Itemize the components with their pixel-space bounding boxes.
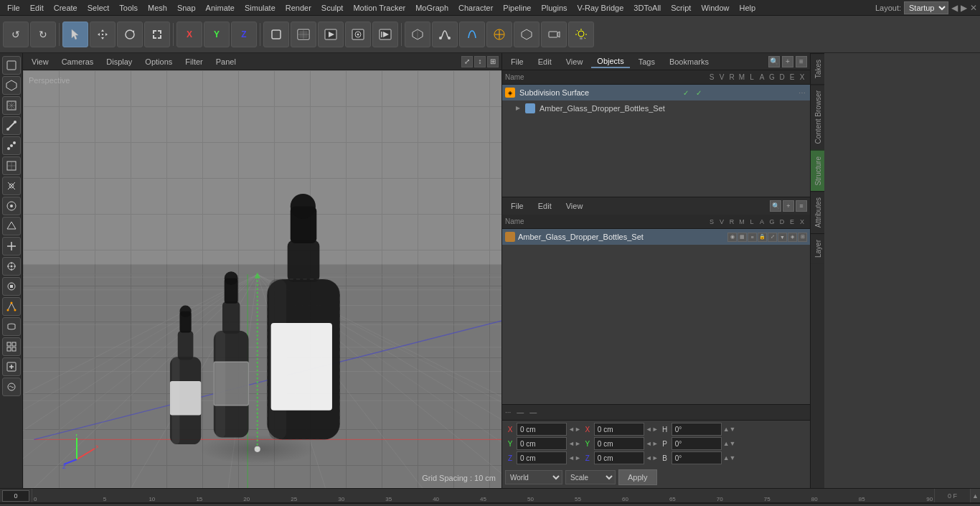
sidebar-tool-2[interactable] [2,197,21,215]
render-animation-button[interactable] [372,22,398,47]
objects-tab-tags[interactable]: Tags [633,56,661,67]
coord-sx-arrow[interactable]: ◄► [646,426,659,433]
scene-icon-1[interactable]: ◉ [727,233,737,242]
coord-p-arrow[interactable]: ▲▼ [723,440,736,447]
y-axis-button[interactable]: Y [204,22,230,47]
vtab-takes[interactable]: Takes [811,53,824,84]
scene-row-bottles[interactable]: Amber_Glass_Dropper_Bottles_Set ◉ ▦ ≡ 🔒 … [502,229,810,245]
layout-select[interactable]: Startup [904,1,948,14]
menu-mesh[interactable]: Mesh [143,2,171,14]
undo-button[interactable]: ↺ [3,22,29,47]
layout-prev[interactable]: ◀ [951,3,958,13]
scene-add-button[interactable]: + [783,200,794,212]
coord-b-val[interactable] [672,451,722,464]
coord-y-arrow[interactable]: ◄► [568,440,581,447]
layout-close[interactable]: ✕ [970,3,977,13]
coord-p-val[interactable] [672,437,722,450]
scene-settings-button[interactable]: ≡ [796,200,807,212]
vtab-layer[interactable]: Layer [811,233,824,263]
objects-tab-file[interactable]: File [505,56,529,67]
sidebar-mesh-mode[interactable] [2,76,21,95]
effector-tool-button[interactable] [486,22,512,47]
menu-animate[interactable]: Animate [202,2,239,14]
sidebar-point-mode[interactable] [2,136,21,155]
redo-button[interactable]: ↻ [30,22,56,47]
sidebar-tool-1[interactable] [2,177,21,195]
viewport-tab-filter[interactable]: Filter [179,56,208,67]
z-axis-button[interactable]: Z [231,22,257,47]
coord-z-arrow[interactable]: ◄► [568,454,581,462]
sidebar-tool-6[interactable] [2,277,21,296]
apply-button[interactable]: Apply [618,469,657,485]
render-viewport-button[interactable] [345,22,371,47]
viewport-layout-button[interactable]: ⊞ [487,56,499,67]
menu-vray[interactable]: V-Ray Bridge [573,2,628,14]
menu-pipeline[interactable]: Pipeline [499,2,535,14]
coord-z-pos[interactable] [517,451,567,464]
scene-icon-2[interactable]: ▦ [738,233,747,242]
bottles-expand[interactable] [515,103,522,113]
menu-snap[interactable]: Snap [173,2,200,14]
menu-help[interactable]: Help [735,2,760,14]
vtab-structure[interactable]: Structure [811,150,824,192]
scene-icon-4[interactable]: 🔒 [758,233,767,242]
viewport-tab-cameras[interactable]: Cameras [56,56,100,67]
coord-z-size[interactable] [594,451,644,464]
render-region-button[interactable] [291,22,316,47]
object-mode-button[interactable] [263,22,289,47]
sidebar-tool-3[interactable] [2,217,21,235]
layout-next[interactable]: ▶ [961,3,967,13]
x-axis-button[interactable]: X [176,22,202,47]
coord-x-pos[interactable] [517,423,567,436]
scene-search-button[interactable]: 🔍 [770,200,781,212]
sidebar-tool-4[interactable] [2,237,21,256]
rotate-tool-button[interactable] [117,22,143,47]
menu-plugins[interactable]: Plugins [537,2,571,14]
menu-motion-tracker[interactable]: Motion Tracker [349,2,410,14]
coord-sy-arrow[interactable]: ◄► [646,440,659,447]
sidebar-model-mode[interactable] [2,56,21,75]
coords-tab-dots[interactable]: ··· [505,408,511,416]
scene-icon-6[interactable]: ▼ [778,233,787,242]
timeline-start-input[interactable] [2,490,29,502]
viewport-tab-view[interactable]: View [26,56,55,67]
menu-sculpt[interactable]: Sculpt [317,2,348,14]
sidebar-tool-8[interactable] [2,317,21,336]
objects-tab-bookmarks[interactable]: Bookmarks [664,56,715,67]
spline-tool-button[interactable] [432,22,458,47]
scene-icon-8[interactable]: ⊞ [798,233,807,242]
menu-3dtoall[interactable]: 3DToAll [629,2,665,14]
objects-tab-objects[interactable]: Objects [591,55,629,68]
viewport-3d[interactable]: Perspective X Y Z Grid Spacing : 10 cm [23,70,501,488]
viewport-tab-options[interactable]: Options [139,56,178,67]
sidebar-tool-5[interactable] [2,257,21,276]
select-tool-button[interactable] [62,22,88,47]
objects-add-button[interactable]: + [782,56,793,67]
sidebar-edge-mode[interactable] [2,116,21,135]
world-select[interactable]: World [505,470,562,484]
render-frame-button[interactable] [318,22,344,47]
objects-search-button[interactable]: 🔍 [768,56,780,67]
objects-row-bottles[interactable]: Amber_Glass_Dropper_Bottles_Set [502,100,810,116]
menu-file[interactable]: File [3,2,24,14]
objects-row-subdivision[interactable]: ◈ Subdivision Surface ✓ ✓ ⋯ [502,85,810,100]
scene-icon-7[interactable]: ◈ [788,233,797,242]
objects-tab-view[interactable]: View [560,56,589,67]
scene-icon-5[interactable]: ⤢ [768,233,777,242]
menu-render[interactable]: Render [281,2,316,14]
scene-icon-3[interactable]: ≡ [748,233,757,242]
menu-simulate[interactable]: Simulate [240,2,280,14]
cube-tool-button[interactable] [405,22,430,47]
deformer-tool-button[interactable] [459,22,485,47]
camera-tool-button[interactable] [541,22,567,47]
timeline-scroll-btn[interactable]: ▲ [970,489,980,502]
scale-select[interactable]: Scale [565,470,616,484]
menu-character[interactable]: Character [454,2,497,14]
move-tool-button[interactable] [90,22,116,47]
coord-sz-arrow[interactable]: ◄► [646,454,659,462]
coord-y-pos[interactable] [517,437,567,450]
viewport-expand-button[interactable]: ↕ [474,56,486,67]
objects-settings-button[interactable]: ≡ [796,56,807,67]
menu-select[interactable]: Select [83,2,114,14]
scene-tab-view[interactable]: View [560,200,589,212]
